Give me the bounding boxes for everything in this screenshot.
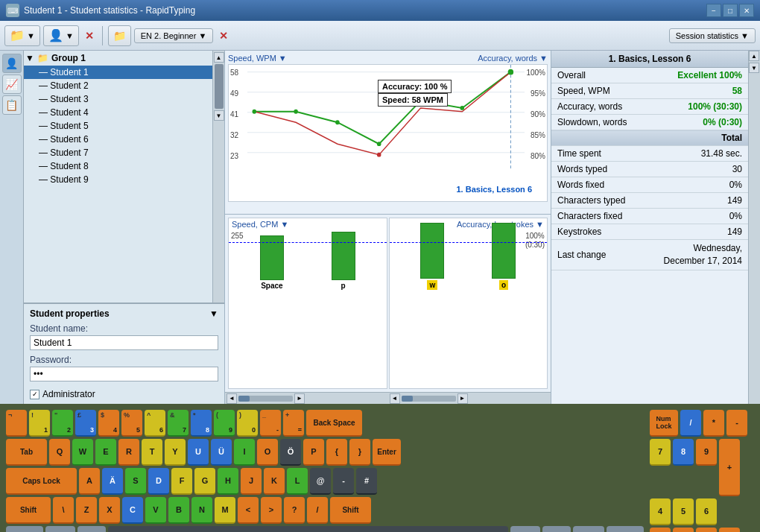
scroll-up-button[interactable]: ▲ [214,52,224,63]
close-lesson-button[interactable]: ✕ [219,30,228,42]
key-question[interactable]: ? [284,497,305,524]
key-6[interactable]: ^6 [145,410,165,437]
key-hash[interactable]: # [356,468,377,495]
key-menu[interactable]: Menu [573,526,604,532]
key-r[interactable]: R [118,439,139,466]
key-equals[interactable]: += [283,410,304,437]
key-x[interactable]: X [99,497,120,524]
tree-item-student8[interactable]: — Student 8 [24,159,212,173]
lesson-link-label[interactable]: 1. Basics, Lesson 6 [457,185,533,194]
tree-item-student5[interactable]: — Student 5 [24,119,212,133]
key-num9[interactable]: 9 [696,439,717,466]
tree-item-student6[interactable]: — Student 6 [24,133,212,146]
key-shift-right[interactable]: Shift [330,497,371,524]
hscroll-right-track[interactable] [402,396,456,402]
tree-item-student1[interactable]: — Student 1 [24,66,212,79]
key-num2[interactable]: 2 [673,528,694,532]
speed-wpm-selector[interactable]: Speed, WPM ▼ [228,54,287,63]
key-h[interactable]: H [218,468,238,495]
key-q[interactable]: Q [49,439,70,466]
key-3[interactable]: £3 [75,410,96,437]
key-z[interactable]: Z [76,497,97,524]
key-minus[interactable]: _- [260,410,281,437]
scroll-down-button[interactable]: ▼ [214,110,224,121]
tree-item-student2[interactable]: — Student 2 [24,79,212,92]
key-0[interactable]: )0 [237,410,258,437]
student-name-input[interactable] [30,335,218,350]
key-uuml[interactable]: Ü [211,439,232,466]
key-lbracket[interactable]: { [326,439,347,466]
key-p[interactable]: P [303,439,324,466]
key-gt[interactable]: > [261,497,282,524]
tree-item-student4[interactable]: — Student 4 [24,106,212,119]
add-student-button[interactable]: 👤 ▼ [43,25,79,46]
nav-lessons-icon[interactable]: 📋 [2,95,22,115]
key-alt-left[interactable]: Alt [77,526,106,532]
key-capslock[interactable]: Caps Lock [6,468,77,495]
stats-scroll-down[interactable]: ▼ [749,63,759,73]
hscroll-left-thumb[interactable] [238,396,250,402]
key-backspace[interactable]: Back Space [306,410,362,437]
key-t[interactable]: T [142,439,162,466]
tree-scrollbar[interactable]: ▲ ▼ [212,51,224,303]
key-num6[interactable]: 6 [696,498,717,525]
key-auml[interactable]: Ä [102,468,123,495]
close-window-button[interactable]: ✕ [739,4,754,17]
tree-item-student7[interactable]: — Student 7 [24,146,212,159]
accuracy-words-selector[interactable]: Accuracy, words ▼ [478,54,548,63]
key-hash-minus[interactable]: - [333,468,354,495]
stats-scrollbar[interactable]: ▲ ▼ [748,51,760,404]
hscroll-right-btn[interactable]: ► [294,393,305,404]
key-u[interactable]: U [188,439,209,466]
key-num5[interactable]: 5 [673,498,694,525]
key-s[interactable]: S [125,468,146,495]
key-ctrl-right[interactable]: Ctrl [607,526,644,532]
key-7[interactable]: &7 [168,410,189,437]
hscroll-left-btn[interactable]: ◄ [227,393,237,404]
key-2[interactable]: "2 [52,410,73,437]
hscroll-right-thumb[interactable] [402,396,413,402]
key-num-enter[interactable]: Enter [719,528,740,532]
open-folder-button[interactable]: 📁 ▼ [4,25,40,46]
key-n[interactable]: N [191,497,212,524]
key-num-minus[interactable]: - [726,410,747,437]
key-w[interactable]: W [72,439,93,466]
nav-students-icon[interactable]: 👤 [2,54,22,73]
key-f[interactable]: F [171,468,192,495]
key-num-star[interactable]: * [703,410,724,437]
tree-item-student3[interactable]: — Student 3 [24,92,212,106]
lesson-selector[interactable]: EN 2. Beginner ▼ [134,28,214,43]
key-g[interactable]: G [194,468,215,495]
key-enter-top[interactable]: Enter [373,439,401,466]
admin-checkbox[interactable]: ✓ [30,390,39,399]
key-slash[interactable]: / [307,497,328,524]
remove-button[interactable]: ✕ [85,30,94,42]
key-win-right[interactable]: Win [542,526,571,532]
key-k[interactable]: K [264,468,285,495]
maximize-button[interactable]: □ [723,4,738,17]
key-o[interactable]: O [257,439,278,466]
key-rbracket[interactable]: } [349,439,370,466]
key-j[interactable]: J [241,468,262,495]
key-num-slash[interactable]: / [680,410,701,437]
key-num1[interactable]: 1 [650,528,671,532]
stats-scroll-up[interactable]: ▲ [749,51,759,61]
key-shift-left[interactable]: Shift [6,497,51,524]
key-num3[interactable]: 3 [696,528,717,532]
key-9[interactable]: (9 [214,410,235,437]
key-num7[interactable]: 7 [650,439,671,466]
password-input[interactable] [30,367,218,381]
hscroll2-right-btn[interactable]: ► [457,393,468,404]
key-tab[interactable]: Tab [6,439,47,466]
minimize-button[interactable]: − [706,4,721,17]
key-backtick[interactable]: ¬ [6,410,27,437]
key-d[interactable]: D [148,468,169,495]
key-num8[interactable]: 8 [673,439,694,466]
speed-cpm-selector[interactable]: Speed, CPM ▼ [232,220,288,229]
key-5[interactable]: %5 [121,410,142,437]
key-num-plus[interactable]: + [719,439,740,496]
key-at[interactable]: @ [310,468,331,495]
key-c[interactable]: C [122,497,143,524]
key-backslash[interactable]: \ [53,497,74,524]
key-ctrl-left[interactable]: Ctrl [6,526,43,532]
